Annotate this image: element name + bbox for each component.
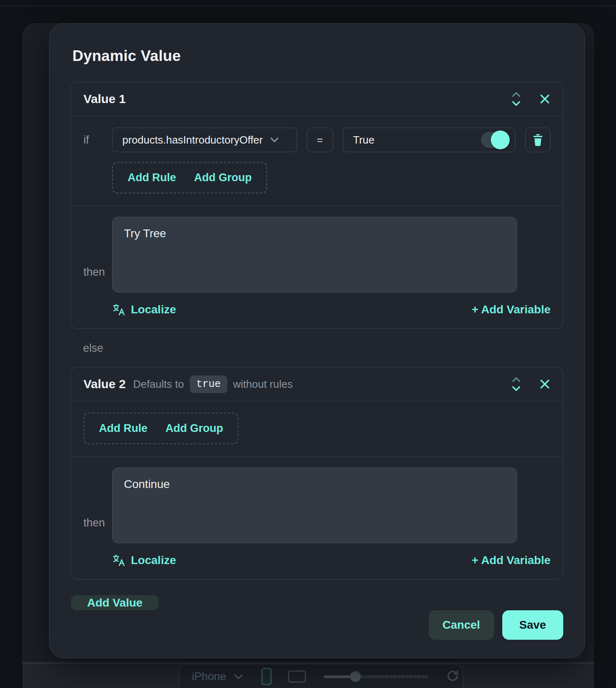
defaults-info: Defaults to true without rules: [133, 375, 292, 393]
chevron-down-icon: [513, 387, 519, 390]
localize-label: Localize: [131, 303, 176, 316]
modal-footer: Cancel Save: [71, 610, 563, 640]
localize-button[interactable]: Localize: [112, 554, 176, 567]
value-card-2: Value 2 Defaults to true without rules: [71, 367, 563, 580]
close-icon: [539, 378, 551, 390]
value-card-header: Value 2 Defaults to true without rules: [71, 367, 563, 401]
then-value-textarea[interactable]: Try Tree: [112, 217, 517, 292]
value-card-1: Value 1 if: [71, 82, 563, 329]
rule-section: Add Rule Add Group: [71, 401, 563, 456]
trash-icon: [532, 133, 544, 147]
boolean-toggle[interactable]: [481, 132, 508, 148]
chevron-up-icon: [513, 93, 519, 96]
if-label: if: [71, 128, 112, 193]
value-card-header: Value 1: [71, 82, 563, 116]
localize-row: Localize + Add Variable: [112, 303, 551, 316]
add-group-button[interactable]: Add Group: [166, 422, 223, 435]
reorder-control[interactable]: [510, 90, 522, 108]
condition-operator[interactable]: =: [307, 128, 333, 152]
then-label: then: [71, 517, 112, 529]
toggle-knob: [491, 130, 510, 149]
add-rule-button[interactable]: Add Rule: [99, 422, 148, 435]
add-variable-button[interactable]: + Add Variable: [472, 554, 551, 567]
value-title: Value 1: [83, 92, 126, 106]
modal-title: Dynamic Value: [72, 47, 562, 65]
refresh-icon: [446, 670, 459, 683]
phone-landscape-icon[interactable]: [288, 670, 306, 683]
add-rule-group-box: Add Rule Add Group: [83, 413, 238, 444]
slider-knob[interactable]: [350, 671, 361, 682]
remove-value-button[interactable]: [539, 93, 551, 105]
delete-rule-button[interactable]: [525, 128, 551, 152]
add-group-button[interactable]: Add Group: [194, 171, 252, 184]
condition-row: products.hasIntroductoryOffer = True: [112, 128, 551, 152]
remove-value-button[interactable]: [539, 378, 551, 390]
phone-portrait-icon[interactable]: [261, 668, 272, 685]
chevron-down-icon: [234, 674, 243, 680]
then-label: then: [71, 266, 112, 279]
defaults-prefix-text: Defaults to: [133, 378, 184, 391]
add-rule-button[interactable]: Add Rule: [128, 171, 176, 184]
add-value-button[interactable]: Add Value: [71, 595, 159, 610]
device-selector[interactable]: iPhone: [192, 670, 243, 683]
condition-value-label: True: [353, 134, 375, 146]
then-section: then Try Tree Localize + Add Variable: [71, 206, 563, 328]
then-section: then Continue Localize + Add Variable: [71, 457, 563, 579]
rule-section: if products.hasIntroductoryOffer = True: [71, 116, 563, 206]
dynamic-value-modal: Dynamic Value Value 1 if: [49, 23, 585, 658]
condition-field-label: products.hasIntroductoryOffer: [122, 134, 263, 146]
translate-icon: [112, 303, 125, 316]
preview-toolbar-strip: iPhone: [22, 663, 594, 688]
defaults-suffix-text: without rules: [233, 378, 293, 391]
translate-icon: [112, 554, 125, 567]
cancel-button[interactable]: Cancel: [429, 610, 494, 640]
chevron-down-icon: [513, 102, 519, 105]
value-title: Value 2: [83, 377, 126, 391]
condition-field-select[interactable]: products.hasIntroductoryOffer: [112, 128, 297, 152]
save-button[interactable]: Save: [502, 610, 563, 640]
then-value-textarea[interactable]: Continue: [112, 468, 517, 543]
add-variable-button[interactable]: + Add Variable: [472, 303, 551, 316]
zoom-slider[interactable]: [324, 671, 428, 682]
localize-label: Localize: [131, 554, 176, 567]
refresh-button[interactable]: [446, 670, 459, 683]
condition-value-field: True: [343, 128, 515, 152]
else-label: else: [71, 342, 563, 355]
device-label: iPhone: [192, 670, 226, 683]
add-rule-group-box: Add Rule Add Group: [112, 162, 267, 193]
close-icon: [539, 93, 551, 105]
localize-row: Localize + Add Variable: [112, 554, 551, 567]
localize-button[interactable]: Localize: [112, 303, 176, 316]
top-dotted-divider: [0, 5, 616, 6]
preview-toolbar: iPhone: [179, 664, 463, 688]
default-value-pill: true: [190, 375, 227, 393]
reorder-control[interactable]: [510, 375, 522, 393]
chevron-down-icon: [270, 137, 279, 143]
chevron-up-icon: [513, 378, 519, 381]
